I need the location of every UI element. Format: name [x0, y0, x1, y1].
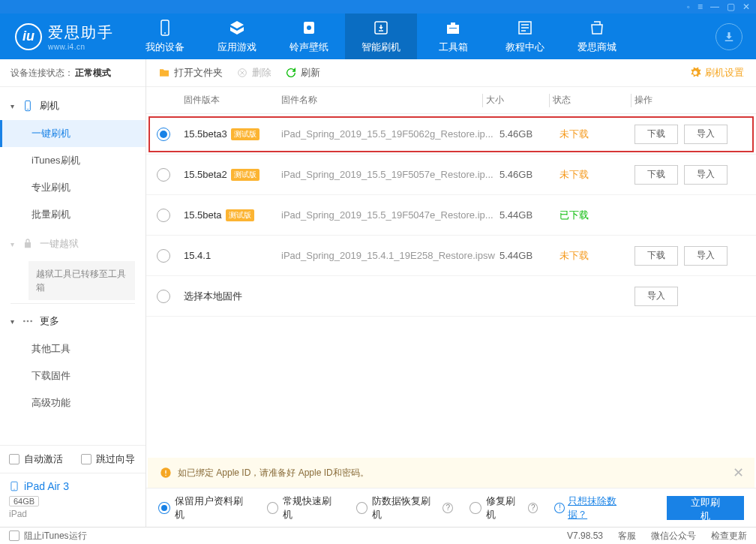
tablet-icon	[9, 479, 20, 493]
svg-point-12	[14, 489, 14, 490]
refresh-button[interactable]: 刷新	[285, 66, 320, 80]
open-folder-button[interactable]: 打开文件夹	[158, 66, 223, 80]
version-label: V7.98.53	[567, 530, 603, 541]
auto-activate-checkbox[interactable]	[9, 454, 20, 464]
firmware-version: 15.4.1	[184, 250, 281, 261]
nav-item[interactable]: 工具箱	[417, 14, 489, 59]
nav-icon	[156, 19, 174, 37]
firmware-size: 5.44GB	[500, 209, 560, 221]
sidebar-item[interactable]: 下载固件	[0, 362, 146, 389]
nav-item[interactable]: 智能刷机	[345, 14, 417, 59]
firmware-name: iPad_Spring_2019_15.4.1_19E258_Restore.i…	[281, 250, 500, 261]
flash-settings-button[interactable]: 刷机设置	[689, 66, 744, 80]
logo[interactable]: iu 爱思助手 www.i4.cn	[0, 23, 129, 51]
sidebar-item[interactable]: iTunes刷机	[0, 147, 146, 174]
close-icon[interactable]: ✕	[733, 464, 744, 481]
mode-label: 防数据恢复刷机	[372, 494, 438, 521]
sidebar-item[interactable]: 其他工具	[0, 335, 146, 362]
nav-item[interactable]: 我的设备	[129, 14, 201, 59]
nav-label: 教程中心	[506, 41, 544, 54]
col-action: 操作	[634, 94, 746, 107]
firmware-status: 已下载	[560, 209, 634, 222]
skip-guide-checkbox[interactable]	[81, 454, 92, 464]
update-link[interactable]: 检查更新	[711, 530, 747, 542]
download-button[interactable]: 下载	[634, 165, 678, 185]
win-btn[interactable]: ◦	[687, 2, 690, 12]
firmware-name: iPad_Spring_2019_15.5_19F5047e_Restore.i…	[281, 209, 500, 221]
svg-rect-5	[449, 28, 457, 29]
firmware-radio-local[interactable]	[157, 290, 170, 303]
flash-mode-option[interactable]: 保留用户资料刷机	[158, 494, 250, 521]
firmware-version: 15.5beta测试版	[184, 209, 281, 221]
sidebar-item[interactable]: 一键刷机	[0, 120, 146, 147]
sidebar-item[interactable]: 高级功能	[0, 389, 146, 416]
import-button[interactable]: 导入	[684, 165, 728, 185]
firmware-radio[interactable]	[157, 209, 170, 222]
brand-site: www.i4.cn	[48, 43, 114, 51]
firmware-row: 15.5beta测试版iPad_Spring_2019_15.5_19F5047…	[146, 195, 756, 236]
import-button[interactable]: 导入	[684, 246, 728, 266]
sidebar-group-jailbreak: ▾ 一键越狱	[0, 230, 146, 258]
download-manager-button[interactable]	[716, 23, 742, 50]
brand-name: 爱思助手	[48, 23, 114, 43]
mode-radio[interactable]	[356, 502, 368, 514]
col-name: 固件名称	[281, 94, 479, 107]
conn-value: 正常模式	[75, 67, 111, 80]
firmware-name: iPad_Spring_2019_15.5_19F5057e_Restore.i…	[281, 169, 500, 180]
flash-mode-option[interactable]: 常规快速刷机	[267, 494, 340, 521]
firmware-radio[interactable]	[157, 128, 170, 141]
help-icon[interactable]: ?	[528, 503, 538, 513]
gear-icon	[689, 67, 701, 79]
win-btn[interactable]: ≡	[698, 2, 703, 12]
device-capacity: 64GB	[9, 496, 39, 506]
nav-item[interactable]: 爱思商城	[561, 14, 633, 59]
warning-icon	[160, 467, 172, 479]
skip-guide-label: 跳过向导	[96, 452, 135, 466]
firmware-radio[interactable]	[157, 249, 170, 263]
mode-radio[interactable]	[470, 502, 482, 514]
col-version: 固件版本	[184, 94, 281, 107]
import-button[interactable]: 导入	[684, 125, 728, 144]
wechat-link[interactable]: 微信公众号	[651, 530, 696, 542]
flash-mode-option[interactable]: 修复刷机?	[470, 494, 538, 521]
device-info[interactable]: iPad Air 3 64GB iPad	[0, 473, 146, 527]
col-size: 大小	[486, 94, 546, 107]
local-firmware-label: 选择本地固件	[184, 290, 634, 303]
win-close[interactable]: ✕	[742, 2, 750, 12]
firmware-size: 5.46GB	[500, 169, 560, 180]
sidebar-group-flash[interactable]: ▾ 刷机	[0, 92, 146, 120]
sidebar-group-more[interactable]: ▾ 更多	[0, 307, 146, 335]
info-icon[interactable]: !	[554, 503, 565, 513]
svg-point-9	[27, 320, 29, 323]
mode-radio[interactable]	[158, 502, 170, 514]
nav-item[interactable]: 教程中心	[489, 14, 561, 59]
nav-item[interactable]: 应用游戏	[201, 14, 273, 59]
service-link[interactable]: 客服	[618, 530, 636, 542]
download-button[interactable]: 下载	[634, 246, 678, 266]
import-button[interactable]: 导入	[634, 287, 678, 306]
mode-label: 保留用户资料刷机	[175, 494, 250, 521]
sidebar-item[interactable]: 专业刷机	[0, 174, 146, 201]
download-button[interactable]: 下载	[634, 125, 678, 144]
warning-text: 如已绑定 Apple ID，请准备好 Apple ID和密码。	[178, 467, 369, 479]
main-nav: 我的设备应用游戏铃声壁纸智能刷机工具箱教程中心爱思商城	[129, 14, 702, 59]
win-minimize[interactable]: —	[710, 2, 719, 12]
download-icon	[722, 30, 736, 44]
chevron-down-icon: ▾	[10, 317, 14, 326]
flash-mode-option[interactable]: 防数据恢复刷机?	[356, 494, 453, 521]
device-name: iPad Air 3	[9, 479, 136, 493]
device-type: iPad	[9, 509, 136, 519]
sidebar-menu: ▾ 刷机 一键刷机iTunes刷机专业刷机批量刷机 ▾ 一键越狱 越狱工具已转移…	[0, 87, 146, 445]
win-maximize[interactable]: ▢	[727, 2, 735, 12]
nav-item[interactable]: 铃声壁纸	[273, 14, 345, 59]
sidebar-item[interactable]: 批量刷机	[0, 201, 146, 228]
firmware-status: 未下载	[560, 249, 634, 263]
flash-now-button[interactable]: 立即刷机	[667, 496, 744, 520]
mode-radio[interactable]	[267, 502, 279, 514]
firmware-status: 未下载	[560, 168, 634, 182]
sidebar-footer: 自动激活 跳过向导 iPad Air 3 64GB iPad	[0, 445, 146, 527]
firmware-radio[interactable]	[157, 168, 170, 182]
erase-data-link[interactable]: 只想抹除数据？	[568, 494, 634, 521]
help-icon[interactable]: ?	[442, 503, 453, 513]
block-itunes-checkbox[interactable]	[9, 530, 20, 541]
